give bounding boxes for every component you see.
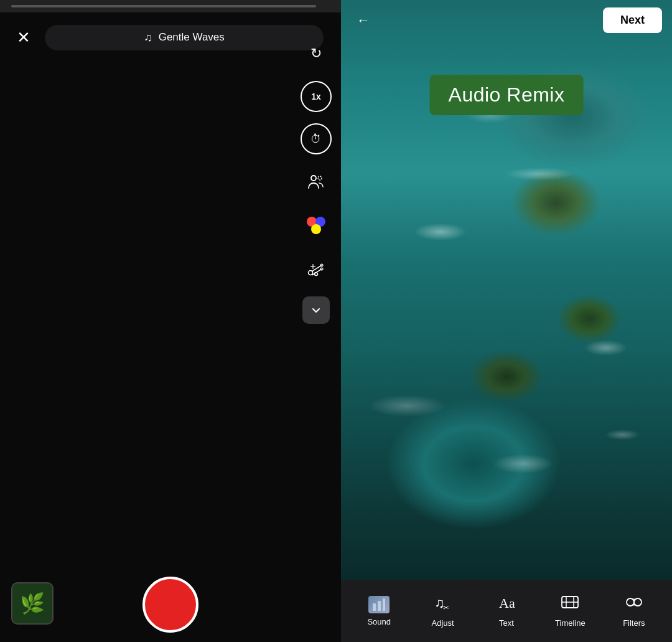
music-note-icon: ♫ [144,31,152,44]
toolbar-item-sound[interactable]: Sound [347,596,411,626]
music-trim-button[interactable] [300,253,332,285]
svg-point-1 [318,176,322,180]
music-track-selector[interactable]: ♫ Gentle Waves [45,25,324,50]
bottom-area: 🌿 [0,567,341,642]
svg-rect-13 [378,601,381,611]
colors-icon [307,217,325,234]
timer-icon: ⏱ [310,133,322,146]
next-button[interactable]: Next [603,7,662,33]
speed-button[interactable]: 1x [301,81,332,112]
sound-icon [368,596,390,613]
refresh-icon: ↻ [310,45,322,62]
timeline-icon [561,594,579,615]
video-preview: Audio Remix ← Next [341,0,672,580]
svg-line-6 [312,269,322,275]
record-button[interactable] [142,577,198,633]
toolbar-item-adjust[interactable]: ♫ ✂ Adjust [411,594,474,628]
close-button[interactable]: ✕ [10,24,37,51]
right-controls: ↻ 1x ⏱ [300,37,332,567]
toolbar-item-timeline[interactable]: Timeline [538,594,602,628]
svg-point-0 [311,176,316,181]
back-button[interactable]: ← [351,8,376,33]
adjust-icon: ♫ ✂ [434,594,452,615]
left-panel: ✕ ♫ Gentle Waves ↻ 1x ⏱ [0,0,341,642]
bottom-toolbar: Sound ♫ ✂ Adjust Aa Text [341,580,672,642]
svg-text:Aa: Aa [499,595,515,610]
media-thumbnail[interactable]: 🌿 [11,582,54,625]
timer-button[interactable]: ⏱ [301,123,332,154]
timeline-label: Timeline [555,618,586,628]
top-bar: ✕ ♫ Gentle Waves [0,12,341,62]
record-inner-circle [148,582,193,627]
progress-bar-fill [11,5,316,7]
text-label: Text [499,618,514,628]
people-icon [307,173,325,191]
audio-remix-badge: Audio Remix [430,75,584,115]
speed-label: 1x [311,92,321,101]
toolbar-item-filters[interactable]: Filters [602,594,666,628]
filters-label: Filters [623,618,645,628]
toolbar-item-text[interactable]: Aa Text [475,594,538,628]
music-scissors-icon [307,260,325,278]
colors-button[interactable] [300,209,332,242]
right-panel: Audio Remix ← Next Sound [341,0,672,642]
more-options-button[interactable] [302,296,330,324]
back-icon: ← [357,12,370,29]
filters-icon [625,594,643,615]
music-track-name: Gentle Waves [159,31,225,44]
close-icon: ✕ [17,29,30,45]
audio-remix-text: Audio Remix [449,83,565,106]
svg-text:✂: ✂ [443,603,449,610]
ar-filters-button[interactable] [300,166,332,198]
refresh-button[interactable]: ↻ [300,37,332,70]
text-icon: Aa [498,594,515,615]
progress-bar-container [0,0,341,12]
sound-label: Sound [367,617,391,626]
thumbnail-preview: 🌿 [20,592,45,615]
adjust-label: Adjust [432,618,454,628]
chevron-down-icon [310,304,322,316]
top-nav: ← Next [341,0,672,40]
svg-rect-14 [383,598,385,611]
svg-rect-12 [373,603,376,611]
